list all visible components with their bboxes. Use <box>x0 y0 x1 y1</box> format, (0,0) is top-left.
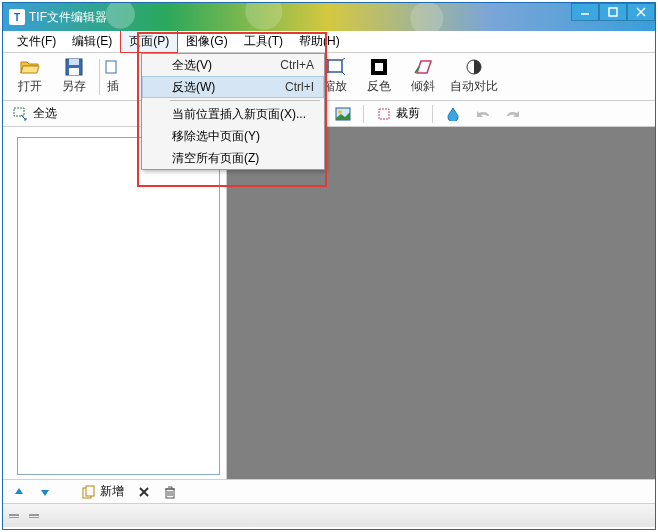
menu-item-label: 反选(W) <box>172 79 215 96</box>
menu-item-shortcut: Ctrl+I <box>285 80 314 94</box>
menu-item-label: 清空所有页面(Z) <box>172 150 259 167</box>
statusbar <box>3 503 655 527</box>
toolbar-divider <box>99 59 100 95</box>
bottombar: 新增 <box>3 479 655 503</box>
menu-clear-all[interactable]: 清空所有页面(Z) <box>142 147 324 169</box>
open-label: 打开 <box>18 78 42 95</box>
delete-button[interactable] <box>134 484 154 500</box>
toolbar-divider <box>432 105 433 123</box>
maximize-button[interactable] <box>599 3 627 21</box>
save-as-button[interactable]: 另存 <box>53 55 95 99</box>
move-down-button[interactable] <box>35 484 55 500</box>
toolbar-divider <box>363 105 364 123</box>
svg-rect-16 <box>86 486 94 496</box>
auto-contrast-label: 自动对比 <box>450 78 498 95</box>
menu-insert-page[interactable]: 当前位置插入新页面(X)... <box>142 103 324 125</box>
auto-contrast-button[interactable]: 自动对比 <box>446 55 502 99</box>
select-all-label: 全选 <box>33 105 57 122</box>
menu-item-label: 移除选中页面(Y) <box>172 128 260 145</box>
floppy-icon <box>64 58 84 76</box>
menu-edit[interactable]: 编辑(E) <box>64 31 120 52</box>
svg-rect-4 <box>106 61 116 73</box>
undo-icon <box>475 106 491 122</box>
menu-tools[interactable]: 工具(T) <box>236 31 291 52</box>
redo-icon <box>505 106 521 122</box>
insert-label: 插 <box>107 78 119 95</box>
add-label: 新增 <box>100 483 124 500</box>
svg-rect-14 <box>379 109 389 119</box>
skew-icon <box>413 58 433 76</box>
svg-rect-0 <box>609 8 617 16</box>
toolbar-primary: 打开 另存 插 缩放 反色 倾斜 自动对比 <box>3 53 655 101</box>
thumbnail-list[interactable] <box>17 137 220 475</box>
menu-remove-selected[interactable]: 移除选中页面(Y) <box>142 125 324 147</box>
select-all-button[interactable]: 全选 <box>9 103 61 124</box>
move-up-button[interactable] <box>9 484 29 500</box>
menu-item-label: 当前位置插入新页面(X)... <box>172 106 306 123</box>
select-all-icon <box>13 106 29 122</box>
droplet-icon <box>445 106 461 122</box>
svg-rect-7 <box>375 63 383 71</box>
menubar: 文件(F) 编辑(E) 页面(P) 图像(G) 工具(T) 帮助(H) <box>3 31 655 53</box>
add-page-button[interactable]: 新增 <box>77 481 128 502</box>
menu-item-label: 全选(V) <box>172 57 212 74</box>
grip-icon <box>29 514 39 518</box>
menu-select-all[interactable]: 全选(V) Ctrl+A <box>142 54 324 76</box>
crop-button[interactable]: 裁剪 <box>372 103 424 124</box>
window-title: TIF文件编辑器 <box>29 9 107 26</box>
invert-button[interactable]: 反色 <box>358 55 400 99</box>
svg-rect-5 <box>328 60 342 72</box>
invert-icon <box>369 58 389 76</box>
contrast-icon <box>464 58 484 76</box>
trash-button[interactable] <box>160 483 180 501</box>
page-menu-dropdown: 全选(V) Ctrl+A 反选(W) Ctrl+I 当前位置插入新页面(X)..… <box>141 53 325 170</box>
skew-label: 倾斜 <box>411 78 435 95</box>
open-button[interactable]: 打开 <box>9 55 51 99</box>
crop-icon <box>376 106 392 122</box>
menu-file[interactable]: 文件(F) <box>9 31 64 52</box>
svg-rect-9 <box>14 108 24 116</box>
insert-icon <box>104 58 122 76</box>
insert-button-partial[interactable]: 插 <box>104 55 122 99</box>
toolbar-secondary: 全选 1:1 裁剪 <box>3 101 655 127</box>
svg-point-13 <box>338 110 342 114</box>
grip-icon <box>9 514 19 518</box>
zoom-label: 缩放 <box>323 78 347 95</box>
canvas-area[interactable] <box>227 127 655 479</box>
save-as-label: 另存 <box>62 78 86 95</box>
titlebar: T TIF文件编辑器 <box>3 3 655 31</box>
copy-icon <box>81 484 97 500</box>
menu-invert-selection[interactable]: 反选(W) Ctrl+I <box>142 76 324 98</box>
zoom-icon <box>325 58 345 76</box>
menu-page[interactable]: 页面(P) <box>120 30 178 53</box>
skew-button[interactable]: 倾斜 <box>402 55 444 99</box>
menu-help[interactable]: 帮助(H) <box>291 31 348 52</box>
thumbnail-panel <box>3 127 227 479</box>
image-tool-button[interactable] <box>331 104 355 124</box>
menu-image[interactable]: 图像(G) <box>178 31 235 52</box>
minimize-button[interactable] <box>571 3 599 21</box>
crop-label: 裁剪 <box>396 105 420 122</box>
folder-open-icon <box>20 58 40 76</box>
app-icon: T <box>9 9 25 25</box>
picture-icon <box>335 106 351 122</box>
redo-button[interactable] <box>501 104 525 124</box>
menu-separator <box>170 100 320 101</box>
droplet-button[interactable] <box>441 104 465 124</box>
svg-rect-3 <box>69 68 79 75</box>
main-area <box>3 127 655 479</box>
menu-item-shortcut: Ctrl+A <box>280 58 314 72</box>
invert-label: 反色 <box>367 78 391 95</box>
undo-button[interactable] <box>471 104 495 124</box>
svg-rect-2 <box>69 59 79 65</box>
close-button[interactable] <box>627 3 655 21</box>
